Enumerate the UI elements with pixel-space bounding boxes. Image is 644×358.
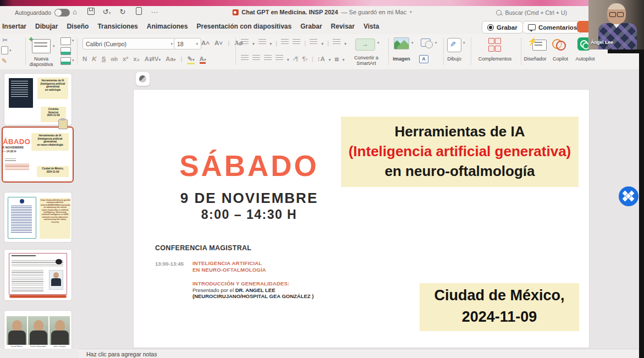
font-name-select[interactable]: Calibri (Cuerpo)▾	[82, 38, 176, 49]
shapes-icon[interactable]	[421, 38, 431, 47]
smartart-chevron-icon[interactable]: ▾	[377, 41, 379, 45]
layout-icon[interactable]	[60, 37, 71, 45]
align-chevron-icon[interactable]: ▾	[287, 58, 289, 62]
video-call-overlay[interactable]: Ángel Lee	[588, 0, 644, 49]
menu-tab-diseno[interactable]: Diseño	[67, 23, 89, 30]
line-spacing-chevron-icon[interactable]: ▾	[321, 42, 323, 46]
align-right-icon[interactable]	[264, 55, 272, 61]
redo-icon[interactable]: ↻	[118, 8, 127, 16]
numbering-icon[interactable]	[258, 39, 266, 45]
session-time[interactable]: 13:00-13:45	[155, 261, 184, 267]
character-spacing-icon[interactable]: A⇄V▾	[145, 55, 161, 63]
slide-thumbnail-3[interactable]: https://www.whitehouse.gov/briefing-room…	[4, 192, 71, 242]
designer-label[interactable]: Diseñador	[520, 56, 551, 62]
section-title[interactable]: CONFERENCIA MAGISTRAL	[155, 244, 251, 252]
image-label[interactable]: Imagen	[390, 56, 412, 62]
new-slide-icon[interactable]	[32, 39, 51, 53]
slide-thumbnail-1[interactable]: Herramientas de IA (Inteligencia artific…	[4, 74, 71, 125]
grow-font-icon[interactable]: A˄	[201, 40, 210, 46]
format-painter-icon[interactable]: ✎	[2, 57, 7, 65]
shrink-font-icon[interactable]: A˅	[214, 40, 223, 46]
bullets-icon[interactable]	[241, 39, 249, 45]
align-text-icon[interactable]: ⧈	[334, 56, 338, 63]
copilot-icon[interactable]	[552, 39, 564, 50]
strikethrough-icon[interactable]: ab	[111, 56, 118, 62]
decrease-indent-icon[interactable]	[281, 39, 289, 45]
dropbox-icon[interactable]	[619, 186, 639, 206]
presenter-role[interactable]: (NEUROCIRUJANO/HOSPITAL GEA GONZÁLEZ )	[192, 293, 313, 299]
font-color-icon[interactable]: A▾	[200, 56, 206, 64]
image-icon[interactable]	[394, 37, 409, 49]
align-center-icon[interactable]	[252, 55, 260, 61]
intro-label[interactable]: INTRODUCCIÓN Y GENERALIDADES:	[192, 280, 289, 287]
presenter-line[interactable]: Presentado por el DR. ANGEL LEE	[192, 287, 275, 293]
slide-thumbnail-2-selected[interactable]: SÁBADO 9 DE NOVIEMBRE 8:00 – 14:30 H Her…	[2, 126, 74, 183]
more-actions-icon[interactable]: ···	[150, 8, 159, 16]
new-slide-label[interactable]: Nueva diapositiva	[24, 56, 58, 67]
bullets-chevron-icon[interactable]: ▾	[252, 42, 255, 46]
italic-icon[interactable]: K	[92, 56, 96, 62]
font-size-select[interactable]: 18▾	[174, 38, 201, 49]
draw-label[interactable]: Dibujo	[443, 56, 465, 62]
session-title[interactable]: INTELIGENCIA ARTIFICIAL EN NEURO-OFTALMO…	[192, 260, 266, 273]
align-text-chevron-icon[interactable]: ▾	[343, 58, 345, 62]
align-left-icon[interactable]	[241, 55, 249, 61]
rtl-icon[interactable]: ¶‹	[302, 56, 308, 62]
autopilot-label[interactable]: Autopilot	[572, 56, 598, 62]
designer-icon[interactable]	[532, 40, 547, 51]
numbering-chevron-icon[interactable]: ▾	[270, 42, 272, 46]
day-text-box[interactable]: SÁBADO 9 DE NOVIEMBRE 8:00 – 14:30 H	[164, 151, 334, 222]
home-icon[interactable]: ⌂	[70, 8, 79, 16]
cut-icon[interactable]: ✂	[2, 36, 8, 44]
menu-tab-grabar[interactable]: Grabar	[300, 23, 322, 30]
addins-label[interactable]: Complementos	[473, 56, 517, 62]
justify-icon[interactable]	[276, 55, 283, 61]
columns-chevron-icon[interactable]: ▾	[344, 42, 346, 46]
autosave-toggle[interactable]	[54, 9, 70, 16]
paste-icon[interactable]	[1, 46, 8, 54]
text-direction-icon[interactable]: ↕A	[317, 56, 325, 62]
copilot-canvas-button[interactable]	[136, 72, 150, 86]
layout-chevron-icon[interactable]: ▾	[72, 38, 74, 43]
location-highlight-box[interactable]: Ciudad de México, 2024-11-09	[420, 283, 579, 331]
highlight-color-icon[interactable]: ✎▾	[187, 55, 194, 64]
subscript-icon[interactable]: x₂	[133, 56, 140, 62]
increase-indent-icon[interactable]	[293, 39, 300, 45]
draw-icon[interactable]	[447, 38, 461, 52]
section-chevron-icon[interactable]: ▾	[72, 58, 74, 63]
slide-editor[interactable]: SÁBADO 9 DE NOVIEMBRE 8:00 – 14:30 H CON…	[134, 90, 589, 348]
smartart-icon[interactable]: →	[355, 38, 375, 51]
title-highlight-box[interactable]: Herramientas de IA (Inteligencia artific…	[341, 117, 579, 187]
ltr-icon[interactable]: ›¶	[293, 56, 299, 62]
record-button[interactable]: Grabar	[482, 21, 523, 34]
bold-icon[interactable]: N	[82, 56, 87, 62]
image-chevron-icon[interactable]: ▾	[411, 41, 414, 45]
comments-button[interactable]: Comentarios	[522, 21, 582, 34]
menu-tab-transiciones[interactable]: Transiciones	[97, 23, 137, 30]
section-icon[interactable]	[60, 57, 71, 65]
menu-tab-presentacion[interactable]: Presentación con diapositivas	[196, 23, 291, 30]
menu-tab-revisar[interactable]: Revisar	[331, 23, 355, 30]
menu-tab-vista[interactable]: Vista	[364, 23, 379, 30]
line-spacing-icon[interactable]	[310, 39, 317, 45]
shapes-chevron-icon[interactable]: ▾	[435, 41, 437, 45]
menu-tab-dibujar[interactable]: Dibujar	[35, 23, 58, 30]
document-title[interactable]: Chat GPT en Medicina. INSP 2024 — Se gua…	[232, 9, 411, 15]
notes-pane[interactable]: Haz clic para agregar notas	[79, 349, 644, 358]
slide-thumbnail-4[interactable]	[4, 250, 71, 300]
addins-icon[interactable]	[488, 38, 500, 50]
share-button-partial[interactable]	[577, 21, 589, 32]
menu-tab-animaciones[interactable]: Animaciones	[147, 23, 188, 30]
undo-icon[interactable]: ↺▾	[102, 8, 111, 16]
save-icon[interactable]	[86, 8, 95, 16]
change-case-icon[interactable]: Aa▾	[166, 56, 175, 62]
underline-icon[interactable]: S	[102, 56, 106, 62]
new-document-icon[interactable]	[134, 7, 143, 16]
text-direction-chevron-icon[interactable]: ▾	[329, 58, 331, 62]
search-input[interactable]: Buscar (Cmd + Ctrl + U)	[496, 9, 567, 16]
draw-chevron-icon[interactable]: ▾	[463, 41, 465, 45]
superscript-icon[interactable]: x²	[123, 56, 128, 62]
textbox-icon[interactable]: A	[419, 55, 428, 63]
copilot-label[interactable]: Copilot	[549, 56, 572, 62]
columns-icon[interactable]	[333, 39, 340, 45]
